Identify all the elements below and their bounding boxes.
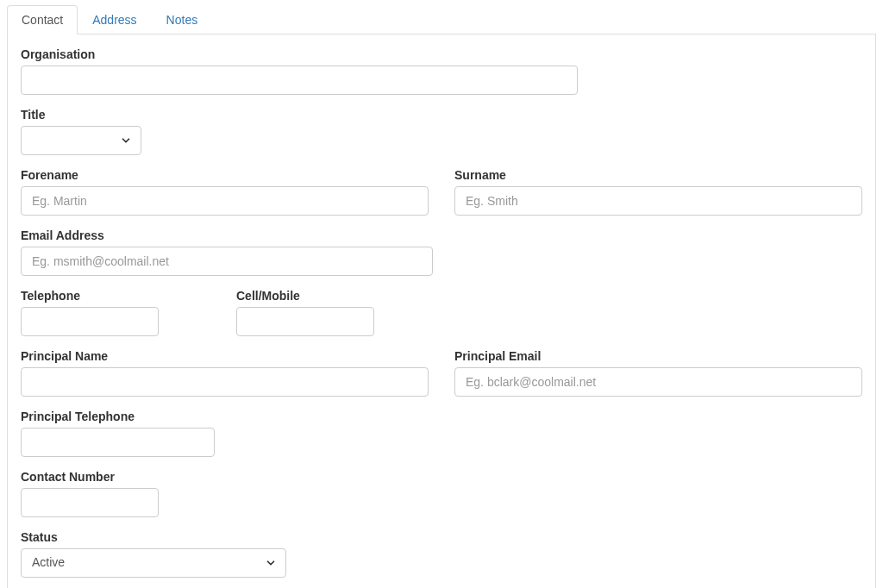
status-select[interactable]: Active bbox=[21, 548, 286, 578]
cellmobile-input[interactable] bbox=[236, 307, 374, 336]
tab-notes[interactable]: Notes bbox=[152, 5, 213, 34]
email-input[interactable] bbox=[21, 247, 433, 276]
principal-telephone-label: Principal Telephone bbox=[21, 410, 862, 423]
title-label: Title bbox=[21, 108, 862, 122]
cellmobile-label: Cell/Mobile bbox=[236, 289, 374, 303]
contact-form-panel: Organisation Title Forename Surname Emai… bbox=[7, 34, 876, 588]
email-label: Email Address bbox=[21, 228, 862, 242]
title-select[interactable] bbox=[21, 126, 141, 155]
forename-label: Forename bbox=[21, 168, 429, 182]
principal-telephone-input[interactable] bbox=[21, 428, 215, 457]
tab-contact[interactable]: Contact bbox=[7, 5, 78, 34]
principal-email-label: Principal Email bbox=[454, 349, 862, 363]
principal-email-input[interactable] bbox=[454, 367, 862, 397]
organisation-label: Organisation bbox=[21, 47, 862, 61]
telephone-input[interactable] bbox=[21, 307, 159, 336]
surname-label: Surname bbox=[454, 168, 862, 182]
surname-input[interactable] bbox=[454, 186, 862, 216]
principal-name-label: Principal Name bbox=[21, 349, 429, 363]
tab-address[interactable]: Address bbox=[78, 5, 151, 34]
contact-number-input[interactable] bbox=[21, 488, 159, 517]
tab-bar: Contact Address Notes bbox=[7, 5, 876, 34]
status-label: Status bbox=[21, 530, 862, 544]
forename-input[interactable] bbox=[21, 186, 429, 216]
principal-name-input[interactable] bbox=[21, 367, 429, 397]
telephone-label: Telephone bbox=[21, 289, 159, 303]
contact-number-label: Contact Number bbox=[21, 470, 862, 484]
organisation-input[interactable] bbox=[21, 66, 578, 95]
